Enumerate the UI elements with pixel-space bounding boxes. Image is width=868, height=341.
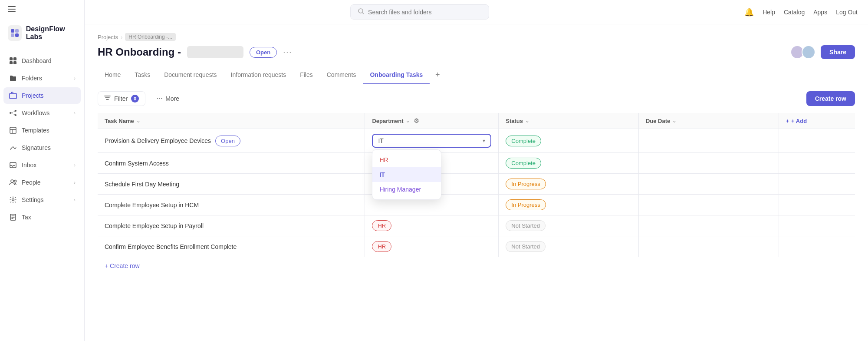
sidebar-item-people[interactable]: People › (3, 174, 81, 191)
more-label: More (165, 95, 179, 102)
sidebar-item-workflows[interactable]: Workflows › (3, 105, 81, 121)
svg-point-14 (11, 180, 13, 182)
svg-rect-7 (13, 61, 16, 64)
more-button[interactable]: ⋯ More (151, 92, 185, 105)
tab-add-button[interactable]: + (431, 69, 444, 81)
status-cell-1: Complete (499, 129, 639, 153)
avatar-group (790, 45, 815, 59)
sidebar-item-workflows-label: Workflows (22, 109, 49, 116)
task-cell-2: Confirm System Access (98, 153, 365, 174)
table-row: Provision & Delivery Employee Devices Op… (98, 129, 855, 153)
sidebar-item-templates-label: Templates (22, 127, 49, 134)
dept-cell-1[interactable]: IT ▾ HR IT (365, 129, 499, 153)
due-cell-2 (638, 153, 779, 174)
more-dots-icon: ⋯ (157, 95, 163, 102)
dept-badge-6[interactable]: HR (372, 241, 391, 252)
dept-dropdown-menu: HR IT Hiring Manager (372, 149, 441, 200)
table-row: Confirm System Access HR Complete (98, 153, 855, 174)
create-row-button[interactable]: Create row (806, 91, 855, 106)
logout-button[interactable]: Log Out (836, 9, 858, 16)
breadcrumb: Projects › HR Onboarding -... (98, 33, 855, 41)
table-area: Filter 0 ⋯ More Create row Task Nam (85, 84, 868, 281)
toolbar: Filter 0 ⋯ More Create row (98, 91, 855, 106)
table-row: Complete Employee Setup in Payroll HR No… (98, 215, 855, 236)
dashboard-icon (9, 56, 17, 65)
share-button[interactable]: Share (821, 45, 855, 59)
add-col-icon: + (786, 118, 789, 124)
svg-rect-4 (10, 57, 13, 60)
tab-document-requests[interactable]: Document requests (157, 66, 224, 84)
sidebar-item-projects-label: Projects (22, 92, 44, 99)
dropdown-option-hr[interactable]: HR (372, 152, 441, 167)
inbox-icon (9, 161, 17, 169)
dropdown-option-hiring-manager[interactable]: Hiring Manager (372, 182, 441, 197)
svg-rect-12 (10, 127, 16, 133)
sidebar-item-folders[interactable]: Folders › (3, 70, 81, 86)
col-header-status[interactable]: Status ⌄ (499, 113, 639, 129)
filter-button[interactable]: Filter 0 (98, 91, 145, 106)
dropdown-option-it[interactable]: IT (372, 167, 441, 182)
tab-onboarding-tasks[interactable]: Onboarding Tasks (363, 66, 430, 84)
filter-label: Filter (114, 95, 128, 102)
sidebar-item-signatures-label: Signatures (22, 144, 51, 151)
status-cell-3: In Progress (499, 174, 639, 195)
workflows-chevron: › (74, 110, 76, 116)
col-header-due-date[interactable]: Due Date ⌄ (638, 113, 779, 129)
sidebar: DesignFlow Labs Dashboard Folders › (0, 0, 85, 341)
sidebar-item-signatures[interactable]: Signatures (3, 139, 81, 156)
svg-rect-5 (13, 57, 16, 60)
col-header-task[interactable]: Task Name ⌄ (98, 113, 365, 129)
breadcrumb-separator: › (121, 34, 122, 40)
tabs-bar: Home Tasks Document requests Information… (85, 66, 868, 84)
dept-cell-5[interactable]: HR (365, 215, 499, 236)
svg-rect-2 (11, 33, 14, 37)
sidebar-item-dashboard[interactable]: Dashboard (3, 53, 81, 69)
tab-comments[interactable]: Comments (320, 66, 363, 84)
search-input[interactable] (368, 9, 482, 16)
sidebar-item-inbox[interactable]: Inbox › (3, 157, 81, 173)
task-cell-6: Confirm Employee Benefits Enrollment Com… (98, 236, 365, 257)
logo-icon (8, 25, 22, 41)
apps-button[interactable]: Apps (813, 9, 827, 16)
data-table: Task Name ⌄ Department ⌄ ⚙ (98, 113, 855, 257)
notifications-icon[interactable]: 🔔 (744, 7, 754, 17)
hamburger-menu[interactable] (0, 0, 84, 18)
add-cell-1 (779, 129, 855, 153)
tab-files[interactable]: Files (293, 66, 320, 84)
templates-icon (9, 126, 17, 135)
page-title: HR Onboarding - (98, 46, 181, 58)
tab-tasks[interactable]: Tasks (128, 66, 157, 84)
add-cell-5 (779, 215, 855, 236)
dept-badge-5[interactable]: HR (372, 220, 391, 231)
status-cell-4: In Progress (499, 195, 639, 215)
create-row-bottom-button[interactable]: + Create row (98, 257, 855, 275)
breadcrumb-parent[interactable]: Projects (98, 34, 118, 40)
sidebar-item-templates[interactable]: Templates (3, 122, 81, 139)
app-name: DesignFlow Labs (26, 25, 76, 41)
col-header-add[interactable]: + + Add (779, 113, 855, 129)
sidebar-item-tax-label: Tax (22, 214, 31, 221)
more-options-button[interactable]: ··· (283, 48, 292, 57)
search-box[interactable] (350, 4, 489, 20)
tab-home[interactable]: Home (98, 66, 128, 84)
status-badge[interactable]: Open (250, 47, 277, 58)
sidebar-item-settings-label: Settings (22, 196, 44, 203)
sidebar-item-tax[interactable]: Tax (3, 209, 81, 225)
dept-settings-icon[interactable]: ⚙ (414, 117, 419, 124)
sidebar-item-projects[interactable]: Projects (3, 87, 81, 104)
status-badge-6: Not Started (506, 241, 546, 252)
signatures-icon (9, 143, 17, 152)
topbar-right: 🔔 Help Catalog Apps Log Out (744, 7, 858, 17)
task-cell-3: Schedule First Day Meeting (98, 174, 365, 195)
sidebar-item-settings[interactable]: Settings › (3, 192, 81, 208)
status-badge-2: Complete (506, 158, 541, 169)
page-title-blurred (187, 46, 243, 58)
task-cell-4: Complete Employee Setup in HCM (98, 195, 365, 215)
tab-information-requests[interactable]: Information requests (224, 66, 293, 84)
catalog-button[interactable]: Catalog (784, 9, 805, 16)
col-header-department[interactable]: Department ⌄ ⚙ (365, 113, 499, 129)
dept-cell-6[interactable]: HR (365, 236, 499, 257)
help-button[interactable]: Help (763, 9, 775, 16)
dept-select-value: IT (378, 137, 383, 144)
dept-select-1[interactable]: IT ▾ (372, 134, 491, 148)
